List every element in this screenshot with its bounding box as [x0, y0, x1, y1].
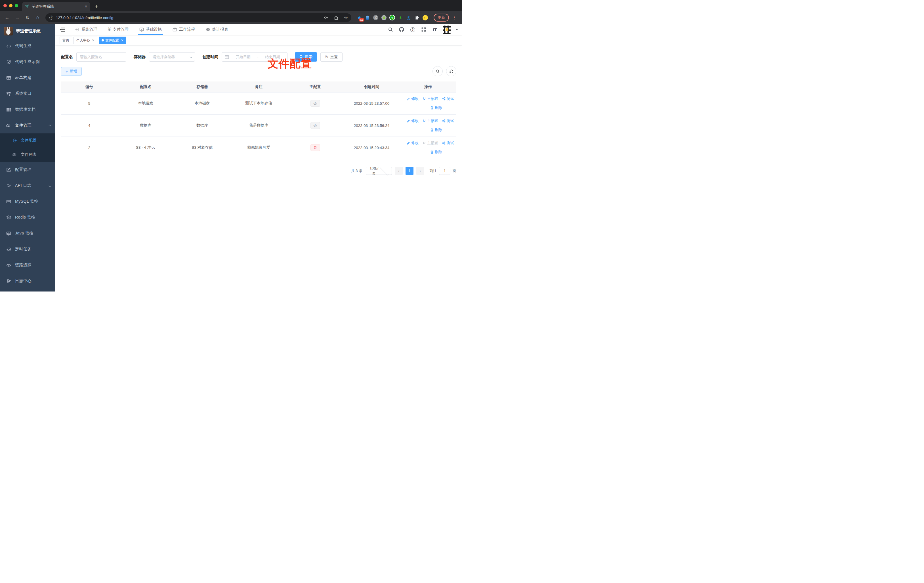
nav-item-reports[interactable]: 统计报表: [200, 24, 234, 35]
master-link[interactable]: 主配置: [422, 96, 438, 101]
cloud-download-icon: [6, 123, 11, 128]
app-logo[interactable]: 芋道管理系统: [0, 24, 55, 38]
nav-item-workflow[interactable]: 工作流程: [167, 24, 200, 35]
extension-eye-icon[interactable]: ◎: [406, 15, 411, 20]
refresh-button[interactable]: [446, 66, 456, 76]
sidebar-item-scheduled-tasks[interactable]: 定时任务: [0, 241, 55, 257]
window-controls[interactable]: [0, 0, 22, 12]
magnet-icon: [422, 97, 426, 101]
test-link[interactable]: 测试: [442, 140, 454, 145]
tag-close-icon[interactable]: ✕: [121, 39, 124, 42]
window-zoom-button[interactable]: [15, 4, 18, 7]
next-page-button[interactable]: ›: [416, 167, 424, 175]
site-info-icon[interactable]: i: [50, 16, 53, 20]
sidebar-item-code-demo[interactable]: 代码生成示例: [0, 54, 55, 70]
current-page-button[interactable]: 1: [406, 167, 414, 175]
password-key-icon[interactable]: [322, 14, 330, 21]
forward-button[interactable]: →: [13, 13, 21, 22]
collapse-menu-icon[interactable]: [59, 27, 65, 32]
magnet-icon: [422, 119, 426, 122]
github-icon[interactable]: [398, 26, 405, 33]
share-icon[interactable]: [332, 14, 340, 21]
extension-y-icon[interactable]: y: [389, 15, 395, 20]
browser-update-button[interactable]: 更新: [434, 13, 449, 21]
window-minimize-button[interactable]: [9, 4, 13, 7]
sidebar-item-code-gen[interactable]: 代码生成: [0, 38, 55, 54]
edit-link[interactable]: 修改: [407, 118, 419, 124]
screen: 芋道管理系统 ✕ + ← → ↻ ⌂ i 127.0.0.1:1024/infr…: [0, 0, 462, 292]
extensions-puzzle-icon[interactable]: [414, 15, 420, 20]
show-search-button[interactable]: [432, 66, 443, 76]
font-size-icon[interactable]: tT: [432, 26, 438, 33]
master-tag: 否: [310, 122, 320, 129]
reset-button[interactable]: ↻ 重置: [320, 52, 343, 61]
storage-select[interactable]: 请选择存储器: [149, 52, 195, 61]
config-name-input[interactable]: [76, 52, 126, 61]
extension-command-icon[interactable]: ⌘: [373, 15, 379, 20]
goto-page-input[interactable]: [439, 167, 450, 175]
sidebar-item-config-management[interactable]: 配置管理: [0, 162, 55, 178]
table-toolbar: + 新增: [61, 66, 456, 76]
edit-link[interactable]: 修改: [407, 140, 419, 145]
sidebar-item-redis-monitor[interactable]: Redis 监控: [0, 210, 55, 225]
browser-menu-icon[interactable]: ⋮: [452, 15, 459, 20]
test-link[interactable]: 测试: [442, 118, 454, 124]
user-avatar[interactable]: [443, 26, 451, 34]
sidebar-item-system-api[interactable]: 系统接口: [0, 86, 55, 102]
back-button[interactable]: ←: [3, 13, 12, 22]
extension-record-icon[interactable]: [381, 15, 387, 20]
page-content: 配置名 存储器 请选择存储器 创建时间 开始日期 - 结束日期: [55, 45, 462, 292]
tag-file-config[interactable]: 文件配置 ✕: [99, 36, 126, 44]
extension-balloon-icon[interactable]: [365, 15, 370, 20]
sidebar-item-api-log[interactable]: API 日志: [0, 178, 55, 193]
header-search-icon[interactable]: [387, 26, 394, 33]
code-icon: [6, 43, 11, 48]
edit-square-icon: [6, 167, 11, 172]
sidebar-item-java-monitor[interactable]: Java 监控: [0, 225, 55, 241]
extension-emoji-icon[interactable]: [422, 15, 428, 20]
sidebar-item-db-doc[interactable]: 数据库文档: [0, 102, 55, 117]
fullscreen-icon[interactable]: [421, 26, 427, 33]
yuan-icon: ¥: [108, 27, 111, 32]
test-link[interactable]: 测试: [442, 96, 454, 101]
sidebar-item-form-builder[interactable]: 表单构建: [0, 70, 55, 86]
edit-link[interactable]: 修改: [407, 96, 419, 101]
delete-link[interactable]: 删除: [430, 127, 442, 132]
extension-diamond-icon[interactable]: ◆ 11: [356, 15, 362, 20]
sidebar-item-file-management[interactable]: 文件管理: [0, 117, 55, 134]
nav-item-system[interactable]: 系统管理: [69, 24, 103, 35]
tag-close-icon[interactable]: ✕: [92, 39, 94, 42]
avatar-caret-icon[interactable]: [456, 29, 458, 31]
bookmark-star-icon[interactable]: ☆: [342, 14, 350, 21]
app-shell: 芋道管理系统 代码生成 代码生成示例 表单构建 系统接口: [0, 24, 462, 292]
reload-button[interactable]: ↻: [23, 13, 32, 22]
nav-item-infrastructure[interactable]: 基础设施: [134, 24, 167, 35]
sidebar-menu: 代码生成 代码生成示例 表单构建 系统接口 数据库文档: [0, 38, 55, 289]
browser-tab[interactable]: 芋道管理系统 ✕: [22, 2, 90, 12]
extension-star-icon[interactable]: ✶: [398, 15, 403, 20]
sidebar-item-log-center[interactable]: 日志中心: [0, 273, 55, 289]
tag-home[interactable]: 首页: [59, 36, 72, 44]
table-row: 5 本地磁盘 本地磁盘 测试下本地存储 否 2022-03-15 23:57:0…: [61, 92, 456, 114]
trash-icon: [430, 106, 434, 109]
delete-link[interactable]: 删除: [430, 150, 442, 155]
form-icon: [6, 75, 11, 80]
tab-close-icon[interactable]: ✕: [84, 5, 87, 8]
logo-avatar: [4, 27, 13, 35]
sidebar-item-tracing[interactable]: 链路追踪: [0, 257, 55, 273]
prev-page-button[interactable]: ‹: [395, 167, 403, 175]
new-tab-button[interactable]: +: [90, 3, 103, 12]
add-button[interactable]: + 新增: [61, 67, 82, 76]
sidebar-item-file-list[interactable]: 文件列表: [0, 148, 55, 162]
help-icon[interactable]: ?: [409, 26, 416, 33]
nav-item-payment[interactable]: ¥ 支付管理: [103, 24, 134, 35]
page-size-select[interactable]: 10条/页: [366, 167, 392, 175]
sidebar-item-mysql-monitor[interactable]: MySQL 监控: [0, 193, 55, 210]
sidebar-item-file-config[interactable]: 文件配置: [0, 134, 55, 148]
home-button[interactable]: ⌂: [33, 13, 42, 22]
url-bar[interactable]: i 127.0.0.1:1024/infra/file/file-config …: [45, 13, 351, 22]
delete-link[interactable]: 删除: [430, 105, 442, 111]
tag-profile[interactable]: 个人中心 ✕: [74, 36, 97, 44]
window-close-button[interactable]: [3, 4, 7, 7]
master-link[interactable]: 主配置: [422, 118, 438, 124]
